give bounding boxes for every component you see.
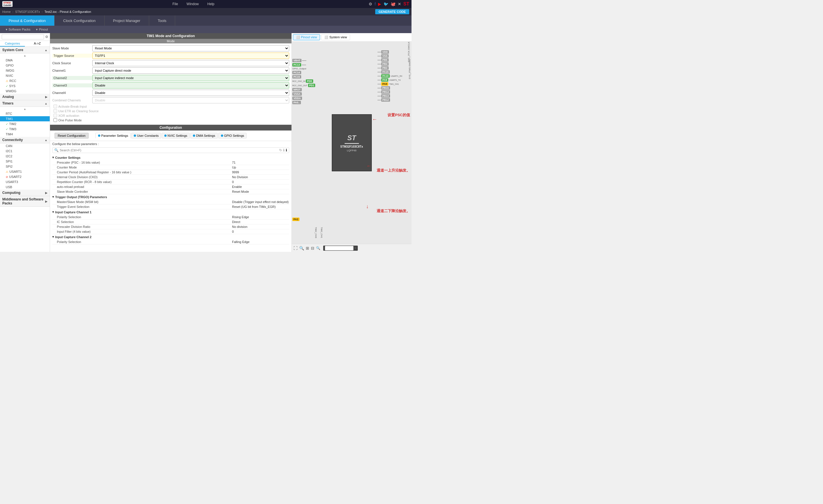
channel2-select[interactable]: Input Capture indirect mode — [92, 75, 289, 81]
xor-checkbox[interactable] — [53, 113, 57, 117]
external-icon[interactable]: ✕ — [398, 2, 401, 6]
channel4-select[interactable]: Disable — [92, 90, 289, 96]
help-menu[interactable]: Help — [207, 2, 215, 6]
breadcrumb-device[interactable]: STM32F103C8Tx — [15, 10, 40, 13]
tree-item-sys[interactable]: ✓ SYS — [0, 83, 50, 88]
sys-check-icon: ✓ — [6, 84, 8, 88]
tab-dma-settings[interactable]: DMA Settings — [190, 133, 218, 139]
tree-item-rcc[interactable]: ⚠ RCC — [0, 78, 50, 83]
tree-item-tim2[interactable]: ✓ TIM2 — [0, 121, 50, 127]
counter-settings-group[interactable]: ▾ Counter Settings — [52, 155, 289, 160]
one-pulse-checkbox[interactable] — [53, 118, 57, 122]
zoom-in-icon[interactable]: 🔍 — [299, 246, 304, 250]
tab-parameter-settings[interactable]: Parameter Settings — [96, 133, 131, 139]
ic-channel1-group[interactable]: ▾ Input Capture Channel 1 — [52, 209, 289, 215]
tree-item-can[interactable]: CAN — [0, 143, 50, 149]
combined-channels-select[interactable]: Disable — [92, 97, 289, 103]
search-input[interactable] — [2, 34, 44, 39]
tree-item-wwdg[interactable]: WWDG — [0, 88, 50, 94]
sub-tabs: ▾ Software Packs ▾ Pinout — [0, 26, 412, 33]
tab-system-view[interactable]: ⬜ System view — [321, 34, 350, 40]
tim2-ch3-label: TIM2_CH3 — [315, 227, 317, 238]
file-menu[interactable]: File — [172, 2, 178, 6]
pin-label-usart1-tx: USART1_TX — [389, 79, 400, 81]
info-icon[interactable]: ℹ — [283, 148, 285, 152]
fit-icon[interactable]: ⊞ — [306, 246, 309, 250]
breadcrumb-project[interactable]: Test2.ioc - Pinout & Configuration — [44, 10, 91, 13]
reset-config-button[interactable]: Reset Configuration — [54, 133, 89, 139]
activate-break-checkbox[interactable] — [53, 104, 57, 108]
ic-channel2-group[interactable]: ▾ Input Capture Channel 2 — [52, 234, 289, 240]
bottom-search-input[interactable] — [325, 246, 353, 250]
config-section-title: Configuration — [50, 125, 292, 131]
section-middleware[interactable]: Middleware and Software Packs ▶ — [0, 196, 50, 207]
grid-icon[interactable]: ⊟ — [311, 246, 314, 250]
slave-mode-select[interactable]: Reset Mode — [92, 45, 289, 51]
subtab-pinout[interactable]: ▾ Pinout — [36, 28, 48, 31]
clock-source-select[interactable]: Internal Clock — [92, 60, 289, 66]
tree-item-dma[interactable]: DMA — [0, 58, 50, 63]
tree-item-tim1[interactable]: TIM1 — [0, 116, 50, 121]
section-analog[interactable]: Analog ▶ — [0, 94, 50, 100]
generate-code-button[interactable]: GENERATE CODE — [375, 9, 409, 14]
tree-item-i2c2[interactable]: I2C2 — [0, 154, 50, 159]
tree-item-spi2[interactable]: SPI2 — [0, 164, 50, 169]
search-icons: ↻ ℹ — [279, 148, 285, 152]
youtube-icon[interactable]: ▶ — [378, 2, 381, 6]
scroll-up-timers[interactable]: ▲ — [0, 107, 50, 111]
expand-icon[interactable]: ⛶ — [294, 246, 298, 250]
tab-clock-config[interactable]: Clock Configuration — [54, 15, 104, 26]
chip-logo-bar — [345, 143, 359, 144]
tree-item-usart2[interactable]: ⊘ USART2 — [0, 174, 50, 179]
use-etr-checkbox[interactable] — [53, 109, 57, 113]
left-panel-header: ⚙ — [0, 33, 50, 41]
xor-row: XOR activation — [52, 113, 289, 117]
params-search-input[interactable] — [60, 149, 278, 152]
facebook-icon[interactable]: f — [375, 2, 376, 6]
tab-pinout-config[interactable]: Pinout & Configuration — [0, 15, 54, 26]
usart2-error-icon: ⊘ — [6, 175, 8, 179]
channel3-select[interactable]: Disable — [92, 82, 289, 88]
section-timers[interactable]: Timers ▲ — [0, 100, 50, 107]
github-icon[interactable]: 🐙 — [391, 2, 395, 6]
gear-icon[interactable]: ⚙ — [45, 35, 48, 39]
window-menu[interactable]: Window — [187, 2, 199, 6]
section-system-core[interactable]: System Core ▲ — [0, 47, 50, 53]
param-counter-mode: Counter Mode Up — [52, 165, 289, 170]
bottom-toolbar: ⛶ 🔍 ⊞ ⊟ 🔍 ▾ — [292, 244, 412, 252]
section-connectivity[interactable]: Connectivity ▲ — [0, 137, 50, 143]
tree-item-usb[interactable]: USB — [0, 185, 50, 190]
pin-pd1: PD1 — [308, 84, 316, 87]
tree-item-tim4[interactable]: TIM4 — [0, 132, 50, 137]
tree-item-usart3[interactable]: USART3 — [0, 179, 50, 185]
tree-item-rtc[interactable]: RTC — [0, 111, 50, 116]
tab-az[interactable]: A->Z — [25, 41, 50, 46]
breadcrumb-home[interactable]: Home — [2, 10, 11, 13]
trigger-source-select[interactable]: TI1FP1 — [92, 52, 289, 59]
dropdown-icon[interactable]: ▾ — [355, 246, 356, 250]
use-etr-label: Use ETR as Clearing Source — [58, 109, 99, 113]
tree-item-tim3[interactable]: ✓ TIM3 — [0, 127, 50, 132]
section-computing[interactable]: Computing ▶ — [0, 190, 50, 196]
subtab-software-packs[interactable]: ▾ Software Packs — [6, 28, 30, 31]
tree-item-iwdg[interactable]: IWDG — [0, 68, 50, 73]
settings-icon[interactable]: ⚙ — [369, 2, 372, 6]
pin-label-rcc-osc-out: RCC_OSC_OUT — [292, 84, 308, 86]
tree-item-spi1[interactable]: SPI1 — [0, 159, 50, 164]
tab-tools[interactable]: Tools — [149, 15, 175, 26]
scroll-up-btn[interactable]: ▲ — [0, 53, 50, 58]
tab-categories[interactable]: Categories — [0, 41, 25, 46]
tab-nvic-settings[interactable]: NVIC Settings — [162, 133, 190, 139]
trgo-settings-group[interactable]: ▾ Trigger Output (TRGO) Parameters — [52, 194, 289, 200]
tab-gpio-settings[interactable]: GPIO Settings — [218, 133, 246, 139]
twitter-icon[interactable]: 🐦 — [383, 2, 388, 6]
refresh-icon[interactable]: ↻ — [279, 148, 282, 152]
tab-project-manager[interactable]: Project Manager — [105, 15, 149, 26]
tree-item-gpio[interactable]: GPIO — [0, 63, 50, 68]
channel1-select[interactable]: Input Capture direct mode — [92, 67, 289, 74]
tree-item-usart1[interactable]: ⚠ USART1 — [0, 169, 50, 174]
tab-pinout-view[interactable]: ⬜ Pinout view — [293, 34, 320, 40]
tab-user-constants[interactable]: User Constants — [131, 133, 161, 139]
tree-item-nvic[interactable]: NVIC — [0, 73, 50, 78]
tree-item-i2c1[interactable]: I2C1 — [0, 149, 50, 154]
